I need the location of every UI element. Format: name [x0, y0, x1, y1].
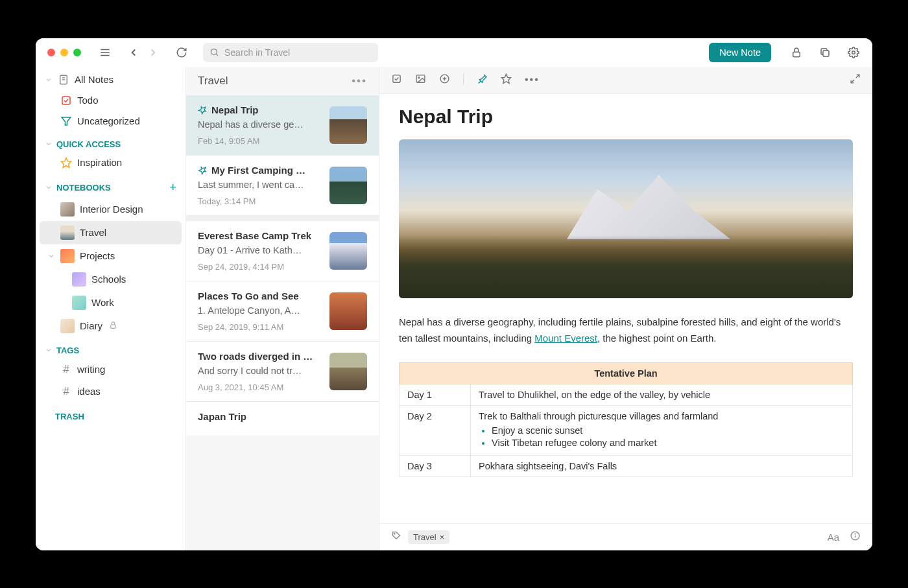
- note-thumbnail: [329, 353, 367, 390]
- todo-label: Todo: [77, 95, 99, 106]
- gear-icon[interactable]: [846, 45, 861, 60]
- star-icon: [60, 157, 72, 169]
- lock-icon[interactable]: [789, 45, 804, 60]
- note-card[interactable]: My First Camping … Last summer, I went c…: [186, 156, 379, 216]
- more-icon[interactable]: •••: [352, 75, 367, 88]
- table-row[interactable]: Day 2 Trek to Balthali through picturesq…: [400, 405, 853, 455]
- sidebar-item-interior-design[interactable]: Interior Design: [36, 198, 185, 221]
- note-preview: 1. Antelope Canyon, A…: [198, 305, 323, 316]
- zoom-window[interactable]: [73, 49, 81, 56]
- add-circle-icon[interactable]: [439, 73, 450, 87]
- star-icon[interactable]: [501, 73, 512, 87]
- new-note-button[interactable]: New Note: [709, 43, 771, 62]
- note-title: Everest Base Camp Trek: [198, 230, 311, 241]
- pin-icon[interactable]: [477, 73, 488, 87]
- back-icon[interactable]: [126, 45, 141, 60]
- chevron-down-icon: [47, 252, 55, 260]
- refresh-icon[interactable]: [174, 45, 189, 60]
- note-paragraph[interactable]: Nepal has a diverse geography, including…: [399, 314, 853, 347]
- expand-icon[interactable]: [850, 73, 861, 87]
- close-window[interactable]: [47, 49, 55, 56]
- note-thumbnail: [329, 292, 367, 330]
- note-card[interactable]: Nepal Trip Nepal has a diverse ge… Feb 1…: [186, 95, 379, 156]
- note-date: Aug 3, 2021, 10:45 AM: [198, 382, 323, 392]
- svg-line-22: [856, 75, 859, 78]
- sidebar-item-trash[interactable]: TRASH: [36, 403, 185, 425]
- work-label: Work: [91, 297, 114, 308]
- sidebar-item-inspiration[interactable]: Inspiration: [36, 152, 185, 173]
- quick-access-header[interactable]: QUICK ACCESS: [36, 132, 185, 152]
- chevron-down-icon: [45, 76, 53, 84]
- more-icon[interactable]: •••: [525, 74, 540, 86]
- notebook-icon: [60, 249, 75, 263]
- editor-pane: ••• Nepal Trip Nepal has a diverse geogr…: [379, 67, 872, 550]
- sidebar-tag-ideas[interactable]: # ideas: [36, 381, 185, 403]
- table-header: Tentative Plan: [400, 362, 853, 384]
- svg-rect-14: [111, 325, 116, 328]
- copy-icon[interactable]: [818, 45, 832, 60]
- chevron-down-icon: [45, 183, 53, 191]
- note-tag[interactable]: Travel×: [408, 530, 449, 544]
- remove-tag-icon[interactable]: ×: [440, 532, 445, 542]
- image-icon[interactable]: [415, 73, 426, 87]
- svg-marker-13: [62, 158, 71, 167]
- all-notes-label: All Notes: [75, 74, 114, 85]
- sidebar-item-todo[interactable]: Todo: [36, 90, 185, 111]
- sidebar-item-schools[interactable]: Schools: [36, 268, 185, 291]
- editor-body[interactable]: Nepal Trip Nepal has a diverse geography…: [379, 94, 872, 523]
- note-card[interactable]: Two roads diverged in … And sorry I coul…: [186, 342, 379, 402]
- tag-add-icon[interactable]: [391, 530, 401, 543]
- projects-label: Projects: [80, 250, 115, 261]
- sidebar-toggle-icon[interactable]: [98, 45, 112, 60]
- titlebar: Search in Travel New Note: [36, 38, 872, 67]
- forward-icon[interactable]: [146, 45, 160, 60]
- search-input[interactable]: Search in Travel: [203, 43, 378, 62]
- info-icon[interactable]: [850, 530, 861, 544]
- sidebar-item-diary[interactable]: Diary: [36, 314, 185, 338]
- tag-ideas-label: ideas: [77, 386, 101, 397]
- note-title: Japan Trip: [198, 411, 246, 422]
- minimize-window[interactable]: [60, 49, 68, 56]
- notebook-icon: [60, 319, 75, 333]
- notebooks-header[interactable]: NOTEBOOKS +: [36, 173, 185, 198]
- mount-everest-link[interactable]: Mount Everest: [534, 333, 597, 344]
- note-title: My First Camping …: [211, 165, 305, 176]
- sidebar-tag-writing[interactable]: # writing: [36, 359, 185, 381]
- inspiration-label: Inspiration: [77, 157, 122, 168]
- sidebar-item-work[interactable]: Work: [36, 291, 185, 314]
- note-thumbnail: [329, 167, 367, 204]
- note-thumbnail: [329, 106, 367, 144]
- svg-point-24: [394, 534, 395, 534]
- hero-image: [399, 139, 853, 298]
- note-card[interactable]: Places To Go and See 1. Antelope Canyon,…: [186, 281, 379, 342]
- svg-point-7: [852, 51, 855, 54]
- sidebar-item-all-notes[interactable]: All Notes: [36, 69, 185, 90]
- table-row[interactable]: Day 3 Pokhara sightseeing, Davi's Falls: [400, 455, 853, 476]
- note-thumbnail: [329, 232, 367, 270]
- text-style-icon[interactable]: Aa: [828, 532, 839, 543]
- note-preview: Day 01 - Arrive to Kath…: [198, 245, 323, 255]
- note-title: Places To Go and See: [198, 290, 299, 301]
- note-card[interactable]: Japan Trip: [186, 402, 379, 435]
- plan-table[interactable]: Tentative Plan Day 1 Travel to Dhulikhel…: [399, 362, 853, 477]
- sidebar-item-travel[interactable]: Travel: [40, 221, 182, 244]
- sidebar-item-uncategorized[interactable]: Uncategorized: [36, 111, 185, 132]
- day-cell: Day 2: [400, 405, 471, 455]
- note-date: Feb 14, 9:05 AM: [198, 136, 323, 146]
- svg-marker-21: [501, 74, 510, 83]
- note-card[interactable]: Everest Base Camp Trek Day 01 - Arrive t…: [186, 221, 379, 281]
- chevron-down-icon: [45, 140, 53, 148]
- note-title-heading[interactable]: Nepal Trip: [399, 106, 853, 128]
- sidebar-item-projects[interactable]: Projects: [36, 244, 185, 268]
- checkbox-icon[interactable]: [391, 73, 402, 87]
- add-notebook-button[interactable]: +: [169, 181, 176, 194]
- plan-cell: Travel to Dhulikhel, on the edge of the …: [471, 384, 853, 405]
- tags-header[interactable]: TAGS: [36, 338, 185, 359]
- note-preview: And sorry I could not tr…: [198, 366, 323, 376]
- editor-toolbar: •••: [379, 67, 872, 94]
- table-row[interactable]: Day 1 Travel to Dhulikhel, on the edge o…: [400, 384, 853, 405]
- note-list: Travel ••• Nepal Trip Nepal has a divers…: [186, 67, 379, 550]
- todo-icon: [60, 95, 72, 106]
- note-title: Two roads diverged in …: [198, 351, 313, 362]
- hash-icon: #: [60, 363, 72, 376]
